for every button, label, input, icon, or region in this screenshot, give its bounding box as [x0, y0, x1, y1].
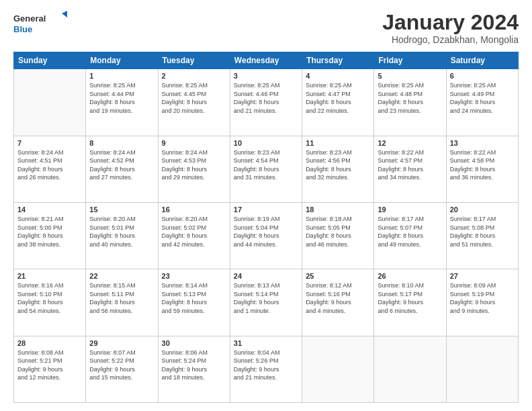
- logo-svg: General Blue: [13, 11, 67, 35]
- day-info: Sunrise: 8:20 AM Sunset: 5:01 PM Dayligh…: [89, 215, 154, 248]
- calendar-subtitle: Hodrogo, Dzabkhan, Mongolia: [382, 34, 519, 45]
- day-info: Sunrise: 8:25 AM Sunset: 4:45 PM Dayligh…: [162, 81, 226, 115]
- day-number: 11: [306, 139, 370, 147]
- day-number: 26: [378, 272, 442, 280]
- day-number: 20: [450, 205, 515, 214]
- weekday-monday: Monday: [86, 52, 158, 69]
- day-info: Sunrise: 8:17 AM Sunset: 5:07 PM Dayligh…: [378, 215, 442, 248]
- day-info: Sunrise: 8:09 AM Sunset: 5:19 PM Dayligh…: [450, 281, 515, 315]
- day-number: 22: [89, 272, 154, 280]
- calendar-title: January 2024: [382, 11, 519, 34]
- day-number: 14: [17, 205, 82, 214]
- calendar-cell: 9Sunrise: 8:24 AM Sunset: 4:53 PM Daylig…: [158, 136, 230, 202]
- calendar-cell: [14, 69, 86, 136]
- svg-marker-1: [62, 11, 67, 17]
- calendar-cell: 5Sunrise: 8:25 AM Sunset: 4:48 PM Daylig…: [374, 69, 446, 136]
- day-number: 3: [234, 72, 298, 80]
- header: General Blue January 2024 Hodrogo, Dzabk…: [13, 11, 519, 45]
- day-info: Sunrise: 8:23 AM Sunset: 4:56 PM Dayligh…: [306, 148, 370, 182]
- day-info: Sunrise: 8:21 AM Sunset: 5:00 PM Dayligh…: [17, 215, 82, 248]
- calendar-cell: 1Sunrise: 8:25 AM Sunset: 4:44 PM Daylig…: [86, 69, 158, 136]
- day-number: 6: [450, 72, 515, 80]
- day-info: Sunrise: 8:25 AM Sunset: 4:46 PM Dayligh…: [234, 81, 298, 115]
- calendar-cell: 18Sunrise: 8:18 AM Sunset: 5:05 PM Dayli…: [302, 202, 374, 269]
- week-row-5: 28Sunrise: 8:08 AM Sunset: 5:21 PM Dayli…: [14, 336, 519, 402]
- calendar-cell: 4Sunrise: 8:25 AM Sunset: 4:47 PM Daylig…: [302, 69, 374, 136]
- weekday-wednesday: Wednesday: [230, 52, 302, 69]
- calendar-cell: 24Sunrise: 8:13 AM Sunset: 5:14 PM Dayli…: [230, 269, 302, 336]
- day-number: 31: [234, 339, 298, 347]
- day-number: 9: [162, 139, 226, 147]
- calendar-cell: 27Sunrise: 8:09 AM Sunset: 5:19 PM Dayli…: [446, 269, 518, 336]
- day-info: Sunrise: 8:18 AM Sunset: 5:05 PM Dayligh…: [306, 215, 370, 248]
- day-info: Sunrise: 8:23 AM Sunset: 4:54 PM Dayligh…: [234, 148, 298, 182]
- calendar-cell: [374, 336, 446, 402]
- day-number: 15: [89, 205, 154, 214]
- day-number: 7: [17, 139, 82, 147]
- logo: General Blue: [13, 11, 67, 35]
- day-number: 16: [162, 205, 226, 214]
- calendar-cell: 3Sunrise: 8:25 AM Sunset: 4:46 PM Daylig…: [230, 69, 302, 136]
- calendar-cell: [302, 336, 374, 402]
- calendar-cell: 2Sunrise: 8:25 AM Sunset: 4:45 PM Daylig…: [158, 69, 230, 136]
- day-number: 21: [17, 272, 82, 280]
- day-info: Sunrise: 8:25 AM Sunset: 4:47 PM Dayligh…: [306, 81, 370, 115]
- weekday-header-row: SundayMondayTuesdayWednesdayThursdayFrid…: [14, 52, 519, 69]
- calendar-cell: 15Sunrise: 8:20 AM Sunset: 5:01 PM Dayli…: [86, 202, 158, 269]
- week-row-2: 7Sunrise: 8:24 AM Sunset: 4:51 PM Daylig…: [14, 136, 519, 202]
- day-info: Sunrise: 8:20 AM Sunset: 5:02 PM Dayligh…: [162, 215, 226, 248]
- day-info: Sunrise: 8:04 AM Sunset: 5:26 PM Dayligh…: [234, 349, 298, 382]
- calendar-cell: 6Sunrise: 8:25 AM Sunset: 4:49 PM Daylig…: [446, 69, 518, 136]
- calendar-cell: [446, 336, 518, 402]
- day-number: 17: [234, 205, 298, 214]
- day-info: Sunrise: 8:16 AM Sunset: 5:10 PM Dayligh…: [17, 281, 82, 315]
- day-number: 5: [378, 72, 442, 80]
- page: General Blue January 2024 Hodrogo, Dzabk…: [0, 0, 532, 411]
- svg-text:Blue: Blue: [13, 24, 32, 34]
- day-info: Sunrise: 8:24 AM Sunset: 4:51 PM Dayligh…: [17, 148, 82, 182]
- calendar-cell: 16Sunrise: 8:20 AM Sunset: 5:02 PM Dayli…: [158, 202, 230, 269]
- day-number: 1: [89, 72, 154, 80]
- weekday-tuesday: Tuesday: [158, 52, 230, 69]
- day-info: Sunrise: 8:22 AM Sunset: 4:58 PM Dayligh…: [450, 148, 515, 182]
- svg-text:General: General: [13, 13, 46, 24]
- day-number: 30: [162, 339, 226, 347]
- day-info: Sunrise: 8:12 AM Sunset: 5:16 PM Dayligh…: [306, 281, 370, 315]
- day-info: Sunrise: 8:24 AM Sunset: 4:53 PM Dayligh…: [162, 148, 226, 182]
- day-number: 19: [378, 205, 442, 214]
- calendar-cell: 8Sunrise: 8:24 AM Sunset: 4:52 PM Daylig…: [86, 136, 158, 202]
- day-info: Sunrise: 8:19 AM Sunset: 5:04 PM Dayligh…: [234, 215, 298, 248]
- day-info: Sunrise: 8:24 AM Sunset: 4:52 PM Dayligh…: [89, 148, 154, 182]
- day-info: Sunrise: 8:25 AM Sunset: 4:44 PM Dayligh…: [89, 81, 154, 115]
- calendar-cell: 14Sunrise: 8:21 AM Sunset: 5:00 PM Dayli…: [14, 202, 86, 269]
- day-info: Sunrise: 8:13 AM Sunset: 5:14 PM Dayligh…: [234, 281, 298, 315]
- calendar-table: SundayMondayTuesdayWednesdayThursdayFrid…: [13, 52, 519, 403]
- calendar-cell: 22Sunrise: 8:15 AM Sunset: 5:11 PM Dayli…: [86, 269, 158, 336]
- title-block: January 2024 Hodrogo, Dzabkhan, Mongolia: [382, 11, 519, 45]
- day-number: 27: [450, 272, 515, 280]
- day-number: 12: [378, 139, 442, 147]
- week-row-4: 21Sunrise: 8:16 AM Sunset: 5:10 PM Dayli…: [14, 269, 519, 336]
- day-number: 18: [306, 205, 370, 214]
- weekday-sunday: Sunday: [14, 52, 86, 69]
- calendar-cell: 17Sunrise: 8:19 AM Sunset: 5:04 PM Dayli…: [230, 202, 302, 269]
- day-info: Sunrise: 8:17 AM Sunset: 5:08 PM Dayligh…: [450, 215, 515, 248]
- calendar-cell: 25Sunrise: 8:12 AM Sunset: 5:16 PM Dayli…: [302, 269, 374, 336]
- day-number: 28: [17, 339, 82, 347]
- day-info: Sunrise: 8:15 AM Sunset: 5:11 PM Dayligh…: [89, 281, 154, 315]
- day-number: 10: [234, 139, 298, 147]
- day-info: Sunrise: 8:14 AM Sunset: 5:13 PM Dayligh…: [162, 281, 226, 315]
- weekday-thursday: Thursday: [302, 52, 374, 69]
- day-number: 8: [89, 139, 154, 147]
- day-info: Sunrise: 8:06 AM Sunset: 5:24 PM Dayligh…: [162, 349, 226, 382]
- day-number: 13: [450, 139, 515, 147]
- calendar-cell: 21Sunrise: 8:16 AM Sunset: 5:10 PM Dayli…: [14, 269, 86, 336]
- weekday-friday: Friday: [374, 52, 446, 69]
- weekday-saturday: Saturday: [446, 52, 518, 69]
- day-info: Sunrise: 8:25 AM Sunset: 4:48 PM Dayligh…: [378, 81, 442, 115]
- day-number: 29: [89, 339, 154, 347]
- calendar-cell: 12Sunrise: 8:22 AM Sunset: 4:57 PM Dayli…: [374, 136, 446, 202]
- calendar-cell: 26Sunrise: 8:10 AM Sunset: 5:17 PM Dayli…: [374, 269, 446, 336]
- calendar-cell: 23Sunrise: 8:14 AM Sunset: 5:13 PM Dayli…: [158, 269, 230, 336]
- calendar-cell: 20Sunrise: 8:17 AM Sunset: 5:08 PM Dayli…: [446, 202, 518, 269]
